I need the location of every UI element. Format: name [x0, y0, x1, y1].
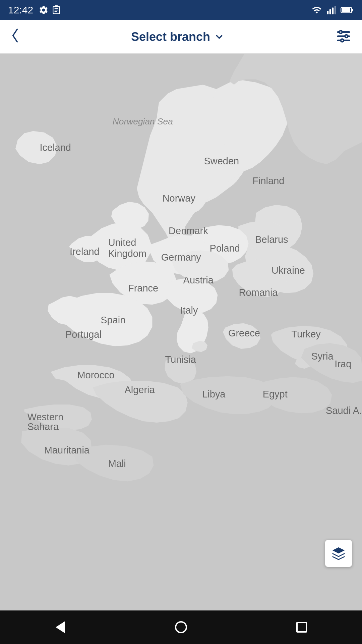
svg-rect-7	[332, 8, 334, 14]
chevron-down-icon	[214, 32, 224, 42]
svg-rect-8	[335, 6, 336, 14]
svg-text:Ireland: Ireland	[70, 246, 100, 257]
svg-text:Tunisia: Tunisia	[165, 354, 196, 365]
status-right	[311, 5, 354, 15]
svg-rect-11	[352, 9, 353, 11]
svg-text:Poland: Poland	[210, 243, 240, 254]
wifi-icon	[311, 5, 322, 15]
svg-text:Austria: Austria	[183, 275, 214, 285]
clipboard-icon	[52, 5, 61, 15]
svg-text:United: United	[108, 237, 136, 248]
svg-text:Sahara: Sahara	[27, 421, 59, 432]
svg-text:Mali: Mali	[108, 458, 126, 469]
svg-text:Norwegian Sea: Norwegian Sea	[113, 116, 173, 126]
svg-text:Italy: Italy	[180, 305, 198, 316]
svg-rect-10	[342, 8, 350, 12]
battery-icon	[341, 5, 354, 15]
back-button[interactable]	[10, 27, 20, 46]
svg-text:Romania: Romania	[239, 287, 278, 298]
svg-text:Egypt: Egypt	[263, 389, 288, 399]
svg-text:Denmark: Denmark	[169, 225, 208, 236]
status-bar: 12:42	[0, 0, 362, 20]
svg-text:Syria: Syria	[311, 351, 334, 362]
signal-icon	[326, 5, 337, 15]
svg-text:Ukraine: Ukraine	[272, 265, 305, 276]
svg-text:Morocco: Morocco	[77, 370, 114, 380]
nav-bar: Select branch	[0, 20, 362, 54]
android-back-button[interactable]	[50, 617, 70, 637]
layers-button[interactable]	[325, 540, 352, 567]
svg-text:Iraq: Iraq	[335, 359, 351, 369]
branch-selector[interactable]: Select branch	[131, 30, 224, 44]
android-nav-bar	[0, 610, 362, 644]
svg-point-16	[345, 35, 348, 37]
nav-title: Select branch	[131, 30, 210, 44]
svg-text:Mauritania: Mauritania	[44, 445, 90, 455]
svg-text:France: France	[128, 283, 158, 293]
svg-text:Finland: Finland	[252, 175, 284, 186]
svg-text:Portugal: Portugal	[65, 329, 102, 340]
svg-text:Greece: Greece	[228, 328, 260, 338]
status-left: 12:42	[8, 4, 61, 16]
svg-text:Germany: Germany	[161, 252, 201, 263]
layers-icon	[331, 546, 346, 561]
svg-text:Spain: Spain	[101, 315, 125, 325]
svg-text:Iceland: Iceland	[40, 142, 71, 153]
map-svg: Iceland Norwegian Sea Barents Sea Sweden…	[0, 54, 362, 610]
svg-text:Western: Western	[27, 412, 63, 422]
svg-rect-6	[329, 9, 331, 14]
svg-text:Norway: Norway	[163, 193, 196, 204]
svg-rect-5	[327, 11, 328, 14]
map-container[interactable]: Iceland Norwegian Sea Barents Sea Sweden…	[0, 54, 362, 610]
svg-text:Saudi A.: Saudi A.	[326, 405, 362, 416]
svg-text:Libya: Libya	[202, 389, 226, 399]
android-recent-button[interactable]	[292, 617, 312, 637]
svg-text:Kingdom: Kingdom	[108, 248, 146, 259]
android-home-button[interactable]	[171, 617, 191, 637]
status-icons-group	[39, 5, 61, 15]
svg-point-15	[340, 31, 342, 33]
svg-text:Algeria: Algeria	[124, 384, 155, 395]
status-time: 12:42	[8, 4, 33, 16]
filter-button[interactable]	[335, 28, 352, 46]
svg-rect-1	[55, 5, 58, 7]
svg-point-17	[341, 39, 344, 42]
svg-text:Belarus: Belarus	[255, 234, 288, 245]
svg-text:Sweden: Sweden	[204, 156, 239, 166]
settings-icon	[39, 5, 49, 15]
svg-text:Turkey: Turkey	[291, 329, 321, 339]
